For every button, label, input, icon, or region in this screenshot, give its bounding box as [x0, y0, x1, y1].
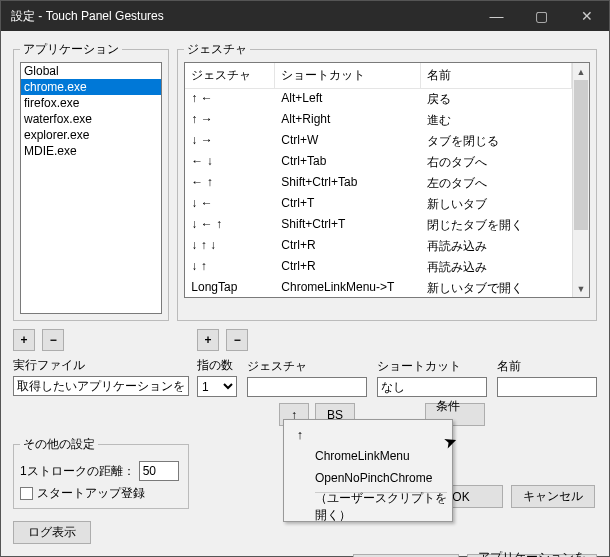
- app-item[interactable]: MDIE.exe: [21, 143, 161, 159]
- cell: ↑ ←: [185, 89, 275, 110]
- cell: Shift+Ctrl+Tab: [275, 173, 421, 194]
- cell: ↓ ↑ ↓: [185, 236, 275, 257]
- cell: ↓ ←: [185, 194, 275, 215]
- cell: 進む: [421, 110, 572, 131]
- maximize-button[interactable]: ▢: [519, 1, 564, 31]
- table-row[interactable]: ← ↓Ctrl+Tab右のタブへ: [185, 152, 572, 173]
- log-button[interactable]: ログ表示: [13, 521, 91, 544]
- cell: Ctrl+T: [275, 194, 421, 215]
- window-title: 設定 - Touch Panel Gestures: [11, 8, 474, 25]
- exec-input[interactable]: [13, 376, 189, 396]
- app-item[interactable]: chrome.exe: [21, 79, 161, 95]
- cell: ← ↑: [185, 173, 275, 194]
- stroke-input[interactable]: [139, 461, 179, 481]
- cell: ↓ ← ↑: [185, 215, 275, 236]
- scroll-up-icon[interactable]: ▲: [573, 63, 589, 80]
- application-list[interactable]: Globalchrome.exefirefox.exewaterfox.exee…: [20, 62, 162, 314]
- close-button[interactable]: ✕: [564, 1, 609, 31]
- name-input[interactable]: [497, 377, 597, 397]
- settings-window: 設定 - Touch Panel Gestures — ▢ ✕ アプリケーション…: [0, 0, 610, 557]
- table-row[interactable]: ↑ →Alt+Right進む: [185, 110, 572, 131]
- cell: 左のタブへ: [421, 173, 572, 194]
- menu-item-opennopinch[interactable]: OpenNoPinchChrome: [287, 467, 449, 489]
- titlebar: 設定 - Touch Panel Gestures — ▢ ✕: [1, 1, 609, 31]
- app-item[interactable]: waterfox.exe: [21, 111, 161, 127]
- cell: Ctrl+R: [275, 257, 421, 278]
- gesture-input[interactable]: [247, 377, 367, 397]
- startup-checkbox[interactable]: [20, 487, 33, 500]
- scroll-down-icon[interactable]: ▼: [573, 280, 589, 297]
- cell: 新しいタブで開く: [421, 278, 572, 297]
- table-row[interactable]: ↓ →Ctrl+Wタブを閉じる: [185, 131, 572, 152]
- cell: Ctrl+W: [275, 131, 421, 152]
- context-menu: ↑ ChromeLinkMenu OpenNoPinchChrome （ユーザー…: [283, 419, 453, 522]
- stroke-label: 1ストロークの距離：: [20, 463, 135, 480]
- application-legend: アプリケーション: [20, 41, 122, 58]
- minimize-button[interactable]: —: [474, 1, 519, 31]
- cell: Ctrl+Tab: [275, 152, 421, 173]
- cell: タブを閉じる: [421, 131, 572, 152]
- gesture-header: ジェスチャ ショートカット 名前: [185, 63, 572, 89]
- cell: ← ↓: [185, 152, 275, 173]
- cell: 再読み込み: [421, 257, 572, 278]
- cell: ChromeLinkMenu->T: [275, 278, 421, 297]
- cancel-button[interactable]: キャンセル: [511, 485, 595, 508]
- fingers-label: 指の数: [197, 357, 237, 374]
- footer: Version 2.1 ReadMe アプリケーションを終了: [1, 550, 609, 557]
- cell: 閉じたタブを開く: [421, 215, 572, 236]
- gesture-table: ジェスチャ ショートカット 名前 ↑ ←Alt+Left戻る↑ →Alt+Rig…: [184, 62, 590, 298]
- client-area: アプリケーション Globalchrome.exefirefox.exewate…: [1, 31, 609, 550]
- cell: 再読み込み: [421, 236, 572, 257]
- gesture-remove-button[interactable]: −: [226, 329, 248, 351]
- cell: ↓ →: [185, 131, 275, 152]
- table-row[interactable]: ↑ ←Alt+Left戻る: [185, 89, 572, 110]
- cell: Alt+Left: [275, 89, 421, 110]
- menu-item-chromelink[interactable]: ChromeLinkMenu: [287, 445, 449, 467]
- other-settings-group: その他の設定 1ストロークの距離： スタートアップ登録: [13, 436, 189, 509]
- gesture-add-button[interactable]: +: [197, 329, 219, 351]
- app-item[interactable]: firefox.exe: [21, 95, 161, 111]
- startup-checkbox-row[interactable]: スタートアップ登録: [20, 485, 182, 502]
- app-add-button[interactable]: +: [13, 329, 35, 351]
- cell: Shift+Ctrl+T: [275, 215, 421, 236]
- table-row[interactable]: LongTapChromeLinkMenu->T新しいタブで開く: [185, 278, 572, 297]
- startup-label: スタートアップ登録: [37, 485, 145, 502]
- app-remove-button[interactable]: −: [42, 329, 64, 351]
- other-settings-legend: その他の設定: [20, 436, 98, 453]
- fingers-select[interactable]: 1: [197, 376, 237, 397]
- shortcut-edit-label: ショートカット: [377, 358, 487, 375]
- col-name[interactable]: 名前: [421, 63, 572, 88]
- gesture-legend: ジェスチャ: [184, 41, 250, 58]
- menu-item-userscript[interactable]: （ユーザースクリプトを開く）: [287, 496, 449, 518]
- cell: 新しいタブ: [421, 194, 572, 215]
- cell: ↑ →: [185, 110, 275, 131]
- gesture-edit-label: ジェスチャ: [247, 358, 367, 375]
- cell: 右のタブへ: [421, 152, 572, 173]
- gesture-group: ジェスチャ ジェスチャ ショートカット 名前 ↑ ←Alt+Left戻る↑ →A…: [177, 41, 597, 321]
- col-gesture[interactable]: ジェスチャ: [185, 63, 275, 88]
- table-row[interactable]: ↓ ↑ ↓Ctrl+R再読み込み: [185, 236, 572, 257]
- cell: Ctrl+R: [275, 236, 421, 257]
- application-group: アプリケーション Globalchrome.exefirefox.exewate…: [13, 41, 169, 321]
- table-row[interactable]: ↓ ← ↑Shift+Ctrl+T閉じたタブを開く: [185, 215, 572, 236]
- scroll-thumb[interactable]: [574, 80, 588, 230]
- table-row[interactable]: ↓ ↑Ctrl+R再読み込み: [185, 257, 572, 278]
- menu-item-up[interactable]: ↑: [287, 423, 449, 445]
- cell: Alt+Right: [275, 110, 421, 131]
- col-shortcut[interactable]: ショートカット: [275, 63, 421, 88]
- app-item[interactable]: explorer.exe: [21, 127, 161, 143]
- gesture-scrollbar[interactable]: ▲ ▼: [572, 63, 589, 297]
- table-row[interactable]: ← ↑Shift+Ctrl+Tab左のタブへ: [185, 173, 572, 194]
- cell: 戻る: [421, 89, 572, 110]
- cell: LongTap: [185, 278, 275, 297]
- app-item[interactable]: Global: [21, 63, 161, 79]
- arrow-up-icon: ↑: [287, 427, 313, 442]
- cell: ↓ ↑: [185, 257, 275, 278]
- exec-label: 実行ファイル: [13, 357, 189, 374]
- table-row[interactable]: ↓ ←Ctrl+T新しいタブ: [185, 194, 572, 215]
- shortcut-input[interactable]: [377, 377, 487, 397]
- name-edit-label: 名前: [497, 358, 597, 375]
